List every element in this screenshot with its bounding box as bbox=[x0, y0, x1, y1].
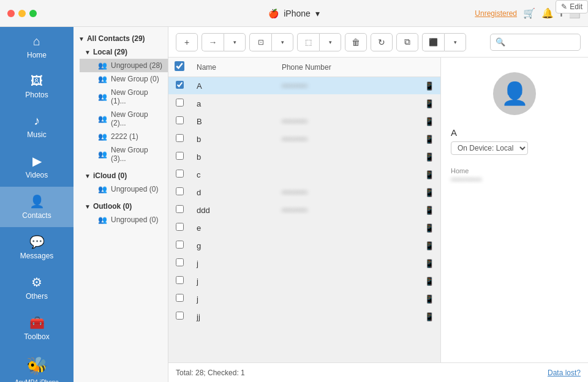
select-all-header[interactable] bbox=[168, 58, 190, 77]
transfer-button[interactable]: ⬚ bbox=[297, 33, 319, 51]
tree-new-group-2[interactable]: 👥 New Group (2)... bbox=[80, 108, 168, 130]
tree-group-2222[interactable]: 👥 2222 (1) bbox=[80, 130, 168, 143]
data-lost-link[interactable]: Data lost? bbox=[548, 369, 581, 377]
titlebar-center: 🍎 iPhone ▾ bbox=[268, 9, 320, 18]
tree-all-contacts[interactable]: ▼ All Contacts (29) bbox=[74, 32, 168, 45]
table-row[interactable]: d••••••••••📱 bbox=[168, 184, 440, 201]
sidebar-item-contacts[interactable]: 👤 Contacts bbox=[0, 187, 74, 227]
contact-name-cell: e bbox=[190, 219, 276, 237]
unregistered-link[interactable]: Unregistered bbox=[475, 9, 517, 18]
table-row[interactable]: b••••••••••📱 bbox=[168, 130, 440, 148]
bell-icon[interactable]: 🔔 bbox=[541, 7, 554, 19]
row-checkbox[interactable] bbox=[176, 294, 184, 302]
row-checkbox[interactable] bbox=[176, 81, 184, 89]
add-button[interactable]: + bbox=[176, 33, 198, 51]
tree-outlook-ungrouped[interactable]: 👥 Ungrouped (0) bbox=[80, 213, 168, 227]
row-checkbox-cell[interactable] bbox=[168, 237, 190, 255]
transfer-dropdown-button[interactable]: ▾ bbox=[319, 33, 341, 51]
refresh-button[interactable]: ↻ bbox=[371, 33, 393, 51]
table-row[interactable]: j📱 bbox=[168, 272, 440, 290]
row-checkbox[interactable] bbox=[176, 187, 184, 195]
detail-home-field: Home •••••••••••• bbox=[451, 167, 578, 184]
select-all-checkbox[interactable] bbox=[175, 61, 184, 71]
row-checkbox[interactable] bbox=[176, 223, 184, 231]
contact-phone-cell: 📱 bbox=[276, 272, 440, 290]
table-row[interactable]: a📱 bbox=[168, 95, 440, 113]
row-checkbox[interactable] bbox=[176, 170, 184, 178]
tree-ungrouped[interactable]: 👥 Ungrouped (28) bbox=[80, 59, 168, 72]
row-checkbox-cell[interactable] bbox=[168, 308, 190, 326]
sidebar-app-info[interactable]: 🐝 AnyMP4 iPhone Transfer Pro for Mac bbox=[0, 348, 74, 382]
tree-icloud-label: iCloud (0) bbox=[93, 171, 127, 180]
row-checkbox-cell[interactable] bbox=[168, 272, 190, 290]
sidebar-item-photos[interactable]: 🖼 Photos bbox=[0, 67, 74, 107]
dropdown-icon[interactable]: ▾ bbox=[315, 9, 320, 18]
row-checkbox[interactable] bbox=[176, 205, 184, 213]
messages-icon: 💬 bbox=[29, 234, 45, 249]
detail-avatar-row: 👤 bbox=[451, 72, 578, 120]
tree-ungrouped-label: Ungrouped (28) bbox=[111, 61, 162, 70]
contact-name-cell: d bbox=[190, 184, 276, 201]
row-checkbox[interactable] bbox=[176, 116, 184, 124]
copy-button[interactable]: ⧉ bbox=[396, 33, 418, 51]
row-checkbox-cell[interactable] bbox=[168, 201, 190, 219]
main-layout: ⌂ Home 🖼 Photos ♪ Music ▶ Videos 👤 Conta… bbox=[0, 27, 588, 382]
tree-new-group-1[interactable]: 👥 New Group (1)... bbox=[80, 86, 168, 108]
row-checkbox[interactable] bbox=[176, 152, 184, 160]
row-checkbox-cell[interactable] bbox=[168, 113, 190, 130]
more-button[interactable]: ⬛ bbox=[422, 33, 444, 51]
table-row[interactable]: b📱 bbox=[168, 148, 440, 166]
delete-button[interactable]: 🗑 bbox=[345, 33, 367, 51]
import-dropdown-button[interactable]: ▾ bbox=[224, 33, 246, 51]
row-checkbox-cell[interactable] bbox=[168, 219, 190, 237]
tree-local[interactable]: ▼ Local (29) bbox=[80, 45, 168, 59]
row-checkbox[interactable] bbox=[176, 241, 184, 249]
row-checkbox[interactable] bbox=[176, 134, 184, 142]
tree-outlook[interactable]: ▼ Outlook (0) bbox=[80, 200, 168, 213]
export-dropdown-button[interactable]: ▾ bbox=[271, 33, 293, 51]
row-checkbox-cell[interactable] bbox=[168, 184, 190, 201]
row-checkbox-cell[interactable] bbox=[168, 130, 190, 148]
tree-icloud-ungrouped[interactable]: 👥 Ungrouped (0) bbox=[80, 182, 168, 196]
sidebar-item-home[interactable]: ⌂ Home bbox=[0, 27, 74, 67]
cart-icon[interactable]: 🛒 bbox=[523, 7, 535, 19]
table-row[interactable]: e📱 bbox=[168, 219, 440, 237]
more-dropdown-button[interactable]: ▾ bbox=[444, 33, 466, 51]
export-button[interactable]: ⊡ bbox=[249, 33, 271, 51]
sidebar-item-music[interactable]: ♪ Music bbox=[0, 107, 74, 146]
sidebar-item-toolbox[interactable]: 🧰 Toolbox bbox=[0, 308, 74, 348]
table-row[interactable]: jj📱 bbox=[168, 308, 440, 326]
tree-new-group-3[interactable]: 👥 New Group (3)... bbox=[80, 143, 168, 165]
row-checkbox-cell[interactable] bbox=[168, 95, 190, 113]
row-checkbox-cell[interactable] bbox=[168, 166, 190, 184]
row-checkbox[interactable] bbox=[176, 276, 184, 284]
table-row[interactable]: ddd••••••••••📱 bbox=[168, 201, 440, 219]
sidebar-item-videos[interactable]: ▶ Videos bbox=[0, 146, 74, 187]
export-icon: ⊡ bbox=[258, 38, 264, 47]
row-checkbox[interactable] bbox=[176, 258, 184, 266]
row-checkbox[interactable] bbox=[176, 312, 184, 320]
minimize-button[interactable] bbox=[18, 10, 26, 17]
row-checkbox[interactable] bbox=[176, 99, 184, 107]
table-row[interactable]: B••••••••••📱 bbox=[168, 113, 440, 130]
table-row[interactable]: A••••••••••📱 bbox=[168, 77, 440, 95]
sidebar-item-messages[interactable]: 💬 Messages bbox=[0, 227, 74, 268]
table-row[interactable]: g📱 bbox=[168, 237, 440, 255]
row-checkbox-cell[interactable] bbox=[168, 255, 190, 272]
table-row[interactable]: c📱 bbox=[168, 166, 440, 184]
sidebar-label-music: Music bbox=[27, 130, 46, 139]
row-checkbox-cell[interactable] bbox=[168, 148, 190, 166]
tree-icloud[interactable]: ▼ iCloud (0) bbox=[80, 169, 168, 182]
close-button[interactable] bbox=[7, 10, 15, 17]
search-input[interactable] bbox=[508, 38, 575, 47]
row-checkbox-cell[interactable] bbox=[168, 290, 190, 308]
tree-new-group-0[interactable]: 👥 New Group (0) bbox=[80, 72, 168, 86]
fullscreen-button[interactable] bbox=[29, 10, 37, 17]
group-icon-2222: 👥 bbox=[98, 132, 107, 141]
sidebar-item-others[interactable]: ⚙ Others bbox=[0, 268, 74, 308]
row-checkbox-cell[interactable] bbox=[168, 77, 190, 95]
table-row[interactable]: j📱 bbox=[168, 290, 440, 308]
import-button[interactable]: → bbox=[202, 33, 224, 51]
table-row[interactable]: j📱 bbox=[168, 255, 440, 272]
device-select[interactable]: On Device: Local bbox=[451, 141, 528, 155]
